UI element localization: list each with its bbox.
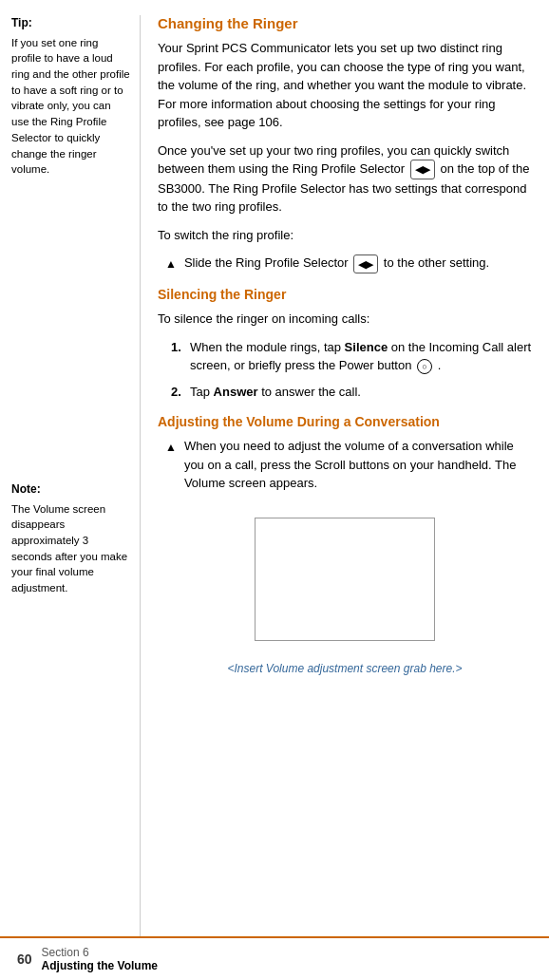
page-footer: 60 Section 6 Adjusting the Volume [0,936,549,980]
tip-text: If you set one ring profile to have a lo… [11,35,130,178]
step-2-content: Tap Answer to answer the call. [190,383,361,402]
bullet1-text: Slide the Ring Profile Selector [184,255,349,270]
step-2-number: 2. [171,383,184,402]
note-label: Note: [11,481,130,498]
bullet-item-1: ▲ Slide the Ring Profile Selector ◀▶ to … [165,254,532,273]
section-label: Section 6 [42,946,158,959]
silencing-heading: Silencing the Ringer [158,287,532,302]
step2-prefix: Tap [190,385,214,399]
page-number: 60 [17,952,32,967]
sidebar: Tip: If you set one ring profile to have… [0,15,141,936]
para4-text: To silence the ringer on incoming calls: [158,310,532,329]
step1-end: . [438,358,442,372]
intro-para2: Once you've set up your two ring profile… [158,141,532,217]
bullet-list-2: ▲ When you need to adjust the volume of … [165,437,532,493]
changing-ringer-heading: Changing the Ringer [158,15,532,31]
main-content: Changing the Ringer Your Sprint PCS Comm… [141,15,549,936]
bullet-arrow-icon: ▲ [165,255,177,273]
bullet2-text: When you need to adjust the volume of a … [184,437,532,493]
step2-bold: Answer [214,385,258,399]
bullet1-content: Slide the Ring Profile Selector ◀▶ to th… [184,254,489,273]
ring-selector-icon-2: ◀▶ [353,254,378,274]
tip-label: Tip: [11,15,130,31]
intro-para1: Your Sprint PCS Communicator lets you se… [158,39,532,132]
volume-placeholder: <Insert Volume adjustment screen grab he… [158,662,532,675]
power-button-icon: ○ [417,359,432,374]
bullet-list-1: ▲ Slide the Ring Profile Selector ◀▶ to … [165,254,532,273]
bullet-item-2: ▲ When you need to adjust the volume of … [165,437,532,493]
note-text: The Volume screen disappears approximate… [11,501,130,596]
adjusting-volume-heading: Adjusting the Volume During a Conversati… [158,414,532,429]
step2-suffix: to answer the call. [258,385,361,399]
step-1-content: When the module rings, tap Silence on th… [190,338,532,375]
step-1-number: 1. [171,338,184,357]
step1-prefix: When the module rings, tap [190,340,345,354]
numbered-list: 1. When the module rings, tap Silence on… [171,338,532,402]
bullet1b-text: to the other setting. [384,255,489,270]
ring-profile-selector-icon: ◀▶ [410,160,435,179]
step1-bold: Silence [345,340,388,354]
step-2: 2. Tap Answer to answer the call. [171,383,532,402]
bullet-arrow-icon-2: ▲ [165,439,177,456]
para3-text: To switch the ring profile: [158,226,532,245]
volume-screen-image [255,518,435,641]
step-1: 1. When the module rings, tap Silence on… [171,338,532,375]
section-title: Adjusting the Volume [42,959,158,972]
